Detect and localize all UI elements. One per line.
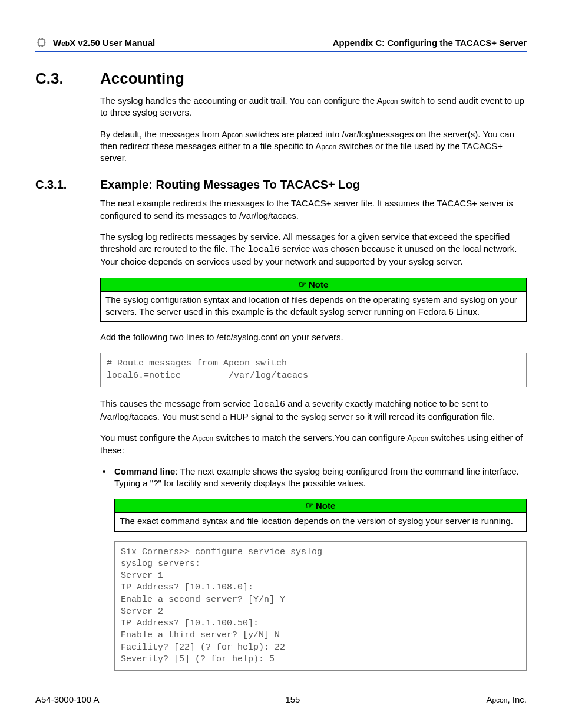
chip-icon <box>35 37 47 48</box>
para: The syslog handles the accounting or aud… <box>100 95 527 119</box>
para: By default, the messages from Apcon swit… <box>100 129 527 164</box>
note-header: ☞ Note <box>115 499 526 513</box>
footer-left: A54-3000-100 A <box>35 694 99 704</box>
manual-title: WebX v2.50 User Manual <box>53 38 155 48</box>
note-body: The syslog configuration syntax and loca… <box>101 292 526 322</box>
note-body: The exact command syntax and file locati… <box>115 513 526 531</box>
bullet-list: Command line: The next example shows the… <box>100 466 527 490</box>
para: The syslog log redirects messages by ser… <box>100 231 527 268</box>
list-item: Command line: The next example shows the… <box>100 466 527 490</box>
para: This causes the message from service loc… <box>100 398 527 423</box>
footer-right: Apcon, Inc. <box>486 694 527 704</box>
section-title: Accounting <box>100 70 184 88</box>
note-icon: ☞ <box>306 500 316 510</box>
page: WebX v2.50 User Manual Appendix C: Confi… <box>0 0 562 728</box>
note-box: ☞ Note The exact command syntax and file… <box>114 499 527 531</box>
note-box: ☞ Note The syslog configuration syntax a… <box>100 278 527 322</box>
section-number: C.3. <box>35 70 100 88</box>
note-icon: ☞ <box>299 279 309 289</box>
code-block: Six Corners>> configure service syslog s… <box>114 541 527 671</box>
subsection-number: C.3.1. <box>35 178 100 192</box>
subsection-body: The next example redirects the messages … <box>100 197 527 671</box>
section-body: The syslog handles the accounting or aud… <box>100 95 527 164</box>
para: Add the following two lines to /etc/sysl… <box>100 331 527 343</box>
section-heading: C.3. Accounting <box>35 70 527 88</box>
indented-block: ☞ Note The exact command syntax and file… <box>114 499 527 671</box>
header-left: WebX v2.50 User Manual <box>35 37 155 48</box>
note-header: ☞ Note <box>101 278 526 292</box>
svg-rect-0 <box>38 39 44 45</box>
subsection-heading: C.3.1. Example: Routing Messages To TACA… <box>35 178 527 192</box>
subsection-title: Example: Routing Messages To TACACS+ Log <box>100 178 360 192</box>
code-block: # Route messages from Apcon switch local… <box>100 353 527 387</box>
page-header: WebX v2.50 User Manual Appendix C: Confi… <box>35 37 527 52</box>
footer-page-number: 155 <box>285 694 300 704</box>
appendix-title: Appendix C: Configuring the TACACS+ Serv… <box>333 38 527 48</box>
para: You must configure the Apcon switches to… <box>100 432 527 456</box>
para: The next example redirects the messages … <box>100 197 527 222</box>
page-footer: A54-3000-100 A 155 Apcon, Inc. <box>35 694 527 704</box>
